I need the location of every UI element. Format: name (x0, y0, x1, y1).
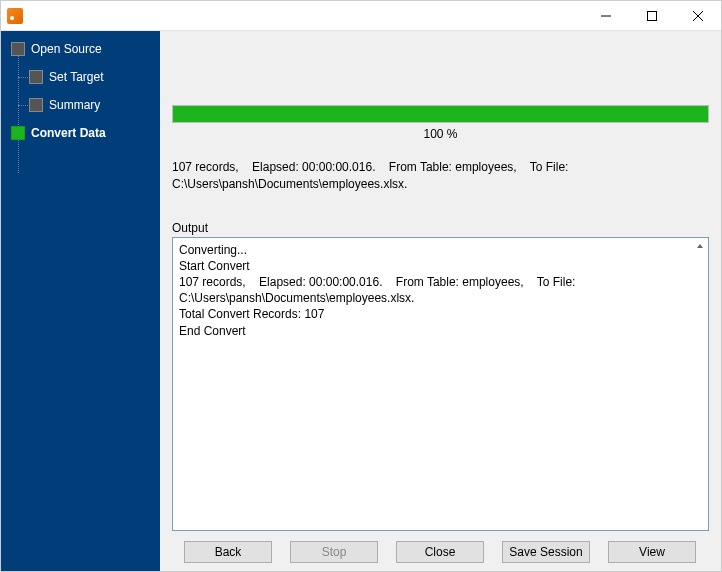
sidebar-item-label: Set Target (49, 70, 103, 84)
progress-fill (173, 106, 708, 122)
svg-rect-1 (648, 11, 657, 20)
titlebar (1, 1, 721, 31)
view-button[interactable]: View (608, 541, 696, 563)
output-textarea[interactable]: Converting... Start Convert 107 records,… (172, 237, 709, 531)
status-text: 107 records, Elapsed: 00:00:00.016. From… (172, 159, 709, 193)
minimize-button[interactable] (583, 1, 629, 30)
wizard-sidebar: Open Source Set Target Summary Convert D… (1, 31, 160, 571)
step-icon (29, 98, 43, 112)
back-button[interactable]: Back (184, 541, 272, 563)
sidebar-item-label: Open Source (31, 42, 102, 56)
sidebar-item-summary[interactable]: Summary (1, 91, 160, 119)
maximize-button[interactable] (629, 1, 675, 30)
progress-percent-label: 100 % (172, 127, 709, 141)
stop-button: Stop (290, 541, 378, 563)
step-icon (29, 70, 43, 84)
close-window-button[interactable] (675, 1, 721, 30)
app-icon (7, 8, 23, 24)
progress-bar (172, 105, 709, 123)
button-row: Back Stop Close Save Session View (172, 541, 709, 563)
main-panel: 100 % 107 records, Elapsed: 00:00:00.016… (160, 31, 721, 571)
sidebar-item-label: Summary (49, 98, 100, 112)
sidebar-item-open-source[interactable]: Open Source (1, 35, 160, 63)
progress-area: 100 % (172, 105, 709, 141)
scroll-up-icon[interactable] (694, 240, 706, 252)
sidebar-item-label: Convert Data (31, 126, 106, 140)
sidebar-item-set-target[interactable]: Set Target (1, 63, 160, 91)
window-controls (583, 1, 721, 30)
output-label: Output (172, 221, 709, 235)
step-icon-active (11, 126, 25, 140)
output-text: Converting... Start Convert 107 records,… (179, 243, 579, 338)
step-icon (11, 42, 25, 56)
save-session-button[interactable]: Save Session (502, 541, 590, 563)
close-button[interactable]: Close (396, 541, 484, 563)
sidebar-item-convert-data[interactable]: Convert Data (1, 119, 160, 147)
